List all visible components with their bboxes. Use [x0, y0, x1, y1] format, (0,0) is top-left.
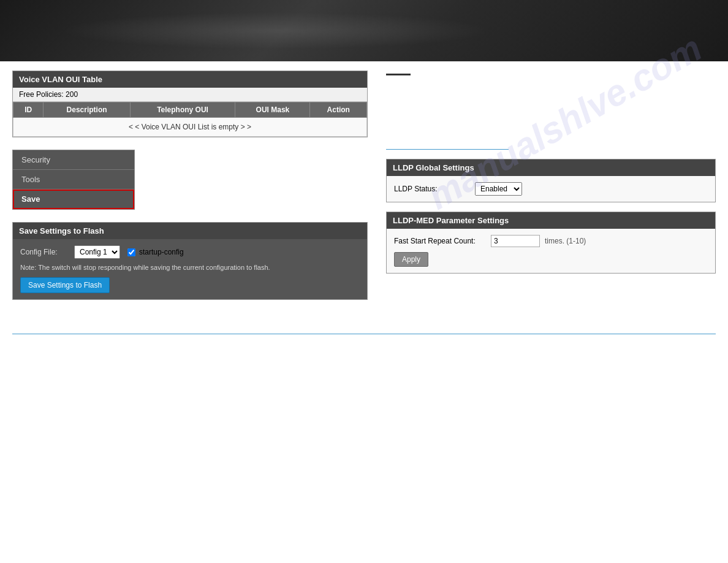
save-settings-to-flash-button[interactable]: Save Settings to Flash [20, 277, 110, 293]
lldpmed-body: Fast Start Repeat Count: times. (1-10) A… [387, 229, 715, 273]
startup-config-checkbox[interactable] [127, 248, 135, 256]
lldpmed-fast-start-row: Fast Start Repeat Count: times. (1-10) [394, 235, 708, 247]
startup-config-label: startup-config [139, 248, 184, 256]
col-action: Action [310, 102, 367, 118]
vlan-free-policies: Free Policies: 200 [13, 88, 367, 102]
lldpmed-apply-button[interactable]: Apply [394, 252, 428, 267]
save-flash-config-row: Config File: Config 1 Config 2 startup-c… [20, 245, 360, 259]
vlan-empty-message: < < Voice VLAN OUI List is empty > > [13, 118, 367, 137]
lldpmed-fast-start-input[interactable] [491, 235, 540, 247]
lldp-global-body: LLDP Status: Enabled Disabled [387, 176, 715, 202]
right-column: manualshlve.com LLDP Global Settings LLD… [380, 71, 716, 312]
save-flash-startup-row: startup-config [127, 248, 184, 256]
vlan-table-section: Voice VLAN OUI Table Free Policies: 200 … [12, 71, 368, 137]
save-flash-title: Save Settings to Flash [13, 223, 367, 239]
vlan-table: ID Description Telephony OUI OUI Mask Ac… [13, 102, 367, 137]
header-banner [0, 0, 728, 61]
sidebar-item-tools[interactable]: Tools [13, 170, 134, 190]
left-column: Voice VLAN OUI Table Free Policies: 200 … [12, 71, 368, 312]
footer-line [12, 334, 716, 334]
sidebar-item-security[interactable]: Security [13, 150, 134, 170]
col-id: ID [13, 102, 44, 118]
right-dash [386, 74, 411, 75]
lldp-status-label: LLDP Status: [394, 185, 468, 193]
vlan-free-policies-value: 200 [66, 90, 78, 99]
side-menu: Security Tools Save [12, 150, 135, 210]
col-description: Description [44, 102, 130, 118]
lldpmed-title: LLDP-MED Parameter Settings [387, 212, 715, 229]
save-flash-config-select[interactable]: Config 1 Config 2 [74, 245, 120, 259]
lldp-global-title: LLDP Global Settings [387, 159, 715, 176]
sidebar-item-save[interactable]: Save [13, 190, 134, 209]
save-flash-body: Config File: Config 1 Config 2 startup-c… [13, 239, 367, 299]
right-link-line [386, 149, 509, 150]
save-flash-section: Save Settings to Flash Config File: Conf… [12, 222, 368, 300]
vlan-table-title: Voice VLAN OUI Table [13, 71, 367, 88]
col-telephony-oui: Telephony OUI [130, 102, 235, 118]
lldpmed-fast-start-hint: times. (1-10) [545, 237, 586, 245]
lldp-global-section: LLDP Global Settings LLDP Status: Enable… [386, 159, 716, 202]
lldp-status-select[interactable]: Enabled Disabled [475, 182, 522, 196]
save-flash-note: Note: The switch will stop responding wh… [20, 264, 360, 271]
col-oui-mask: OUI Mask [235, 102, 310, 118]
vlan-empty-row: < < Voice VLAN OUI List is empty > > [13, 118, 367, 137]
lldpmed-section: LLDP-MED Parameter Settings Fast Start R… [386, 212, 716, 274]
lldpmed-fast-start-label: Fast Start Repeat Count: [394, 237, 486, 245]
save-flash-config-label: Config File: [20, 248, 69, 256]
